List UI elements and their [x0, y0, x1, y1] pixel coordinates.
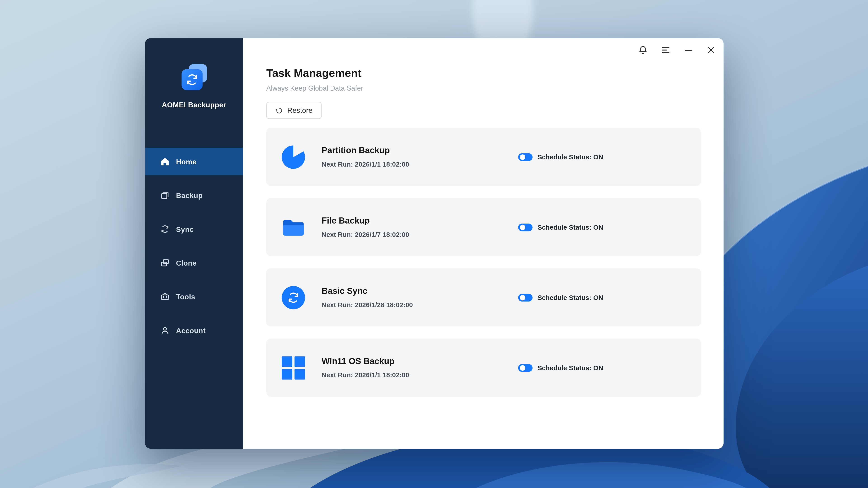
sidebar-item-clone[interactable]: Clone — [145, 249, 243, 277]
app-logo-icon — [179, 63, 209, 92]
menu-button[interactable] — [660, 45, 671, 55]
task-list: Partition Backup Next Run: 2026/1/1 18:0… — [266, 128, 701, 397]
sidebar: AOMEI Backupper Home Backup Sync Clone — [145, 38, 243, 449]
main-content: Task Management Always Keep Global Data … — [243, 38, 723, 449]
clone-icon — [160, 258, 170, 268]
task-card-win11-os-backup[interactable]: Win11 OS Backup Next Run: 2026/1/1 18:02… — [266, 339, 701, 397]
schedule-toggle[interactable] — [518, 364, 532, 371]
desktop: AOMEI Backupper Home Backup Sync Clone — [0, 0, 868, 488]
restore-button[interactable]: Restore — [266, 102, 321, 119]
toggle-knob — [520, 154, 525, 160]
sidebar-nav: Home Backup Sync Clone Tools — [145, 148, 243, 350]
aomei-backupper-window: AOMEI Backupper Home Backup Sync Clone — [145, 38, 723, 449]
task-info: Basic Sync Next Run: 2026/1/28 18:02:00 — [322, 286, 413, 309]
notification-bell-button[interactable] — [638, 45, 648, 55]
task-card-file-backup[interactable]: File Backup Next Run: 2026/1/7 18:02:00 … — [266, 198, 701, 256]
page-subtitle: Always Keep Global Data Safer — [266, 85, 701, 92]
account-icon — [160, 325, 170, 335]
folder-icon — [281, 214, 306, 240]
sidebar-item-label: Backup — [176, 191, 203, 200]
sync-circle-icon — [281, 284, 306, 310]
minimize-button[interactable] — [683, 45, 694, 55]
app-name: AOMEI Backupper — [162, 101, 226, 109]
sidebar-item-label: Clone — [176, 258, 197, 267]
task-card-partition-backup[interactable]: Partition Backup Next Run: 2026/1/1 18:0… — [266, 128, 701, 186]
task-info: Partition Backup Next Run: 2026/1/1 18:0… — [322, 146, 409, 168]
task-name: Partition Backup — [322, 146, 409, 155]
schedule-status-label: Schedule Status: ON — [537, 223, 603, 231]
task-name: Basic Sync — [322, 286, 413, 296]
logo-area: AOMEI Backupper — [145, 38, 243, 109]
sidebar-item-label: Tools — [176, 293, 195, 301]
task-card-basic-sync[interactable]: Basic Sync Next Run: 2026/1/28 18:02:00 … — [266, 268, 701, 326]
task-next-run: Next Run: 2026/1/7 18:02:00 — [322, 231, 409, 239]
task-info: Win11 OS Backup Next Run: 2026/1/1 18:02… — [322, 356, 409, 379]
schedule-status-label: Schedule Status: ON — [537, 364, 603, 371]
schedule-status-label: Schedule Status: ON — [537, 294, 603, 301]
sidebar-item-label: Home — [176, 157, 196, 166]
schedule-toggle[interactable] — [518, 223, 532, 231]
tools-icon — [160, 292, 170, 302]
toggle-knob — [520, 224, 525, 230]
schedule-status-group: Schedule Status: ON — [518, 364, 603, 371]
schedule-toggle[interactable] — [518, 294, 532, 301]
sidebar-item-label: Sync — [176, 225, 194, 233]
schedule-toggle[interactable] — [518, 153, 532, 161]
sidebar-item-tools[interactable]: Tools — [145, 283, 243, 310]
sidebar-item-sync[interactable]: Sync — [145, 215, 243, 243]
schedule-status-group: Schedule Status: ON — [518, 294, 603, 301]
schedule-status-group: Schedule Status: ON — [518, 223, 603, 231]
task-next-run: Next Run: 2026/1/1 18:02:00 — [322, 371, 409, 379]
restore-icon — [275, 106, 283, 114]
task-name: Win11 OS Backup — [322, 356, 409, 366]
page-title: Task Management — [266, 67, 701, 80]
task-name: File Backup — [322, 216, 409, 226]
sync-icon — [160, 224, 170, 234]
pie-chart-icon — [281, 144, 306, 170]
toggle-knob — [520, 365, 525, 370]
task-next-run: Next Run: 2026/1/28 18:02:00 — [322, 301, 413, 309]
windows-logo-icon — [281, 356, 306, 380]
task-next-run: Next Run: 2026/1/1 18:02:00 — [322, 160, 409, 168]
sidebar-item-backup[interactable]: Backup — [145, 182, 243, 209]
schedule-status-group: Schedule Status: ON — [518, 153, 603, 161]
toggle-knob — [520, 295, 525, 300]
schedule-status-label: Schedule Status: ON — [537, 153, 603, 161]
sidebar-item-home[interactable]: Home — [145, 148, 243, 175]
task-info: File Backup Next Run: 2026/1/7 18:02:00 — [322, 216, 409, 239]
home-icon — [160, 157, 170, 166]
backup-icon — [160, 190, 170, 200]
window-controls — [638, 45, 716, 55]
close-button[interactable] — [706, 45, 716, 55]
sidebar-item-label: Account — [176, 326, 206, 335]
sidebar-item-account[interactable]: Account — [145, 316, 243, 344]
restore-label: Restore — [287, 106, 313, 115]
